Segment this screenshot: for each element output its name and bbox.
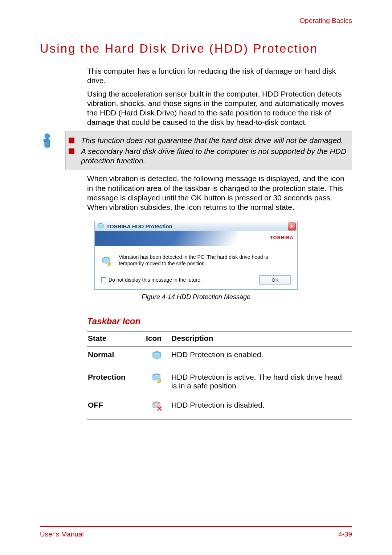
section-title: Using the Hard Disk Drive (HDD) Protecti… <box>40 42 352 56</box>
taskbar-icon-table: State Icon Description Normal HDD P <box>87 331 352 420</box>
info-icon <box>39 132 55 150</box>
state-cell: Protection <box>87 369 145 397</box>
svg-point-0 <box>45 134 50 139</box>
paragraph: When vibration is detected, the followin… <box>87 174 352 212</box>
ok-button[interactable]: OK <box>260 276 291 284</box>
table-row: OFF HDD Protection is disabled. <box>87 397 352 420</box>
hdd-protection-icon <box>152 373 162 383</box>
table-header-desc: Description <box>171 332 352 347</box>
icon-cell <box>145 397 171 420</box>
hdd-off-icon <box>152 401 162 411</box>
brand-label: TOSHIBA <box>270 235 294 240</box>
table-header-state: State <box>87 332 145 347</box>
close-button[interactable]: ✕ <box>288 223 296 230</box>
svg-point-6 <box>104 258 108 260</box>
svg-point-10 <box>155 375 159 376</box>
suppress-checkbox[interactable] <box>101 277 106 282</box>
hdd-protection-icon <box>101 254 112 269</box>
desc-cell: HDD Protection is disabled. <box>171 397 352 420</box>
svg-point-8 <box>155 352 159 354</box>
paragraph: This computer has a function for reducin… <box>87 66 352 86</box>
subsection-title: Taskbar Icon <box>87 316 352 326</box>
checkbox-label: Do not display this message in the futur… <box>109 277 202 283</box>
page-footer: User's Manual 4-39 <box>40 526 352 538</box>
dialog-banner: TOSHIBA <box>95 231 297 246</box>
chapter-label: Operating Basics <box>299 17 352 24</box>
table-row: Normal HDD Protection is enabled. <box>87 347 352 369</box>
page-header: Operating Basics <box>40 17 352 27</box>
svg-point-4 <box>99 224 102 225</box>
table-row: Protection HDD Protection is active. The… <box>87 369 352 397</box>
icon-cell <box>145 369 171 397</box>
dialog-titlebar: TOSHIBA HDD Protection ✕ <box>95 221 297 231</box>
state-cell: Normal <box>87 347 145 369</box>
hdd-protection-dialog: TOSHIBA HDD Protection ✕ TOSHIBA Vibrati… <box>94 221 298 290</box>
paragraph: Using the acceleration sensor built in t… <box>87 89 352 127</box>
note-text: This function does not guarantee that th… <box>81 136 343 145</box>
note-box: This function does not guarantee that th… <box>65 131 352 171</box>
svg-point-12 <box>155 403 159 404</box>
desc-cell: HDD Protection is enabled. <box>171 347 352 369</box>
hdd-icon <box>97 223 104 230</box>
icon-cell <box>145 347 171 369</box>
figure-caption: Figure 4-14 HDD Protection Message <box>142 293 250 301</box>
bullet-icon <box>69 148 74 154</box>
state-cell: OFF <box>87 397 145 420</box>
footer-right: 4-39 <box>338 530 352 538</box>
desc-cell: HDD Protection is active. The hard disk … <box>171 369 352 397</box>
note-text: A secondary hard disk drive fitted to th… <box>81 147 347 166</box>
bullet-icon <box>69 138 74 143</box>
hdd-normal-icon <box>152 350 162 360</box>
dialog-title: TOSHIBA HDD Protection <box>106 223 172 229</box>
dialog-message: Vibration has been detected in the PC. T… <box>119 254 291 267</box>
svg-rect-2 <box>44 139 47 142</box>
footer-left: User's Manual <box>40 530 84 538</box>
table-header-icon: Icon <box>145 332 171 347</box>
